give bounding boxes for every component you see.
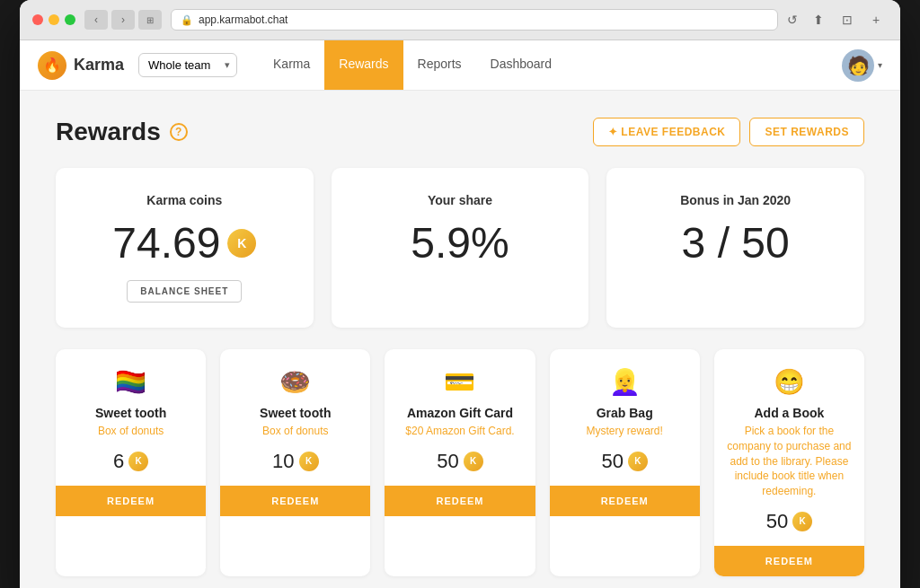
- chevron-down-icon: ▾: [878, 60, 882, 70]
- nav-links: Karma Rewards Reports Dashboard: [259, 40, 566, 90]
- dot-green[interactable]: [65, 14, 75, 25]
- set-rewards-button[interactable]: SET REWARDS: [749, 118, 864, 146]
- lock-icon: 🔒: [181, 14, 193, 26]
- user-avatar: 🧑: [842, 49, 874, 82]
- karma-coin-small-icon: K: [464, 452, 483, 471]
- rewards-grid: 🏳️‍🌈 Sweet tooth Box of donuts 6 K REDEE…: [56, 349, 864, 576]
- reward-emoji: 💳: [444, 367, 475, 397]
- reward-price: 6 K: [113, 450, 148, 473]
- karma-coin-small-icon: K: [299, 452, 319, 471]
- reward-price: 50 K: [766, 510, 812, 533]
- karma-coin-small-icon: K: [792, 512, 812, 531]
- reward-card: 💳 Amazon Gift Card $20 Amazon Gift Card.…: [385, 349, 535, 576]
- karma-coin-icon: K: [227, 229, 256, 258]
- grid-button[interactable]: ⊞: [138, 10, 162, 30]
- reward-description: Box of donuts: [98, 424, 164, 439]
- stat-value-your-share: 5.9%: [353, 218, 568, 268]
- reward-price-number: 50: [766, 510, 788, 533]
- browser-dots: [32, 14, 75, 25]
- reward-price-number: 50: [601, 450, 623, 473]
- url-text: app.karmabot.chat: [199, 13, 288, 26]
- nav-link-karma[interactable]: Karma: [259, 40, 324, 90]
- user-dropdown[interactable]: 🧑 ▾: [842, 49, 882, 82]
- karma-coins-number: 74.69: [112, 218, 220, 268]
- help-icon[interactable]: ?: [170, 123, 188, 141]
- browser-titlebar: ‹ › ⊞ 🔒 app.karmabot.chat ↺ ⬆ ⊡ +: [20, 0, 900, 40]
- stat-label-your-share: Your share: [353, 193, 568, 207]
- stats-row: Karma coins 74.69 K BALANCE SHEET Your s…: [56, 168, 864, 328]
- reward-description: Pick a book for the company to purchase …: [727, 424, 852, 499]
- app-nav: 🔥 Karma Whole team My team Everyone Karm…: [20, 40, 900, 91]
- redeem-button[interactable]: REDEEM: [56, 486, 206, 516]
- reward-emoji: 😁: [774, 367, 805, 397]
- back-button[interactable]: ‹: [84, 10, 108, 30]
- reload-button[interactable]: ↺: [787, 13, 798, 27]
- reward-description: Box of donuts: [262, 424, 328, 439]
- stat-label-bonus: Bonus in Jan 2020: [628, 193, 843, 207]
- reward-price: 10 K: [272, 450, 318, 473]
- reward-name: Add a Book: [755, 406, 825, 420]
- reward-price-number: 6: [113, 450, 124, 473]
- reward-card: 🍩 Sweet tooth Box of donuts 10 K REDEEM: [220, 349, 370, 576]
- karma-coin-small-icon: K: [128, 452, 148, 471]
- browser-window: ‹ › ⊞ 🔒 app.karmabot.chat ↺ ⬆ ⊡ + 🔥 Karm…: [20, 0, 900, 588]
- stat-value-bonus: 3 / 50: [628, 218, 843, 268]
- reward-name: Sweet tooth: [95, 406, 166, 420]
- nav-link-rewards[interactable]: Rewards: [324, 40, 402, 90]
- stat-value-karma-coins: 74.69 K: [77, 218, 292, 268]
- add-tab-button[interactable]: +: [864, 10, 888, 30]
- page-header: Rewards ? ✦ LEAVE FEEDBACK SET REWARDS: [56, 118, 864, 146]
- balance-sheet-button[interactable]: BALANCE SHEET: [127, 280, 242, 303]
- new-tab-button[interactable]: ⊡: [836, 10, 859, 30]
- reward-description: Mystery reward!: [587, 424, 663, 439]
- page-title: Rewards: [56, 118, 161, 146]
- dot-red[interactable]: [32, 14, 43, 25]
- main-content: Rewards ? ✦ LEAVE FEEDBACK SET REWARDS K…: [20, 91, 900, 588]
- forward-button[interactable]: ›: [111, 10, 135, 30]
- redeem-button[interactable]: REDEEM: [220, 486, 370, 516]
- your-share-number: 5.9%: [411, 218, 509, 268]
- nav-link-dashboard[interactable]: Dashboard: [476, 40, 567, 90]
- bonus-number: 3 / 50: [682, 218, 790, 268]
- share-button[interactable]: ⬆: [807, 10, 830, 30]
- reward-name: Grab Bag: [597, 406, 653, 420]
- redeem-button[interactable]: REDEEM: [714, 546, 864, 576]
- stat-card-karma-coins: Karma coins 74.69 K BALANCE SHEET: [56, 168, 314, 328]
- stat-card-bonus: Bonus in Jan 2020 3 / 50: [606, 168, 864, 328]
- redeem-button[interactable]: REDEEM: [550, 486, 700, 516]
- reward-name: Sweet tooth: [260, 406, 331, 420]
- team-select[interactable]: Whole team My team Everyone: [138, 53, 237, 77]
- reward-name: Amazon Gift Card: [407, 406, 513, 420]
- leave-feedback-button[interactable]: ✦ LEAVE FEEDBACK: [593, 118, 740, 146]
- logo-text: Karma: [74, 56, 124, 75]
- reward-price-number: 50: [437, 450, 458, 473]
- reward-price: 50 K: [601, 450, 647, 473]
- reward-emoji: 🏳️‍🌈: [115, 367, 146, 397]
- logo-icon: 🔥: [38, 51, 66, 80]
- address-bar[interactable]: 🔒 app.karmabot.chat: [171, 9, 778, 31]
- nav-link-reports[interactable]: Reports: [403, 40, 476, 90]
- browser-nav: ‹ › ⊞: [84, 10, 162, 30]
- app-content: 🔥 Karma Whole team My team Everyone Karm…: [20, 40, 900, 588]
- redeem-button[interactable]: REDEEM: [385, 486, 535, 516]
- browser-actions: ⬆ ⊡ +: [807, 10, 888, 30]
- reward-price: 50 K: [437, 450, 482, 473]
- reward-price-number: 10: [272, 450, 294, 473]
- header-actions: ✦ LEAVE FEEDBACK SET REWARDS: [593, 118, 864, 146]
- reward-emoji: 🍩: [279, 367, 311, 397]
- reward-description: $20 Amazon Gift Card.: [405, 424, 514, 439]
- reward-card: 😁 Add a Book Pick a book for the company…: [714, 349, 864, 576]
- reward-emoji: 👱‍♀️: [609, 367, 641, 397]
- logo-area: 🔥 Karma: [38, 51, 124, 80]
- karma-coin-small-icon: K: [628, 452, 648, 471]
- reward-card: 👱‍♀️ Grab Bag Mystery reward! 50 K REDEE…: [550, 349, 700, 576]
- stat-card-your-share: Your share 5.9%: [332, 168, 589, 328]
- page-title-area: Rewards ?: [56, 118, 188, 146]
- stat-label-karma-coins: Karma coins: [77, 193, 292, 207]
- dot-yellow[interactable]: [49, 14, 59, 25]
- team-selector[interactable]: Whole team My team Everyone: [138, 53, 237, 77]
- reward-card: 🏳️‍🌈 Sweet tooth Box of donuts 6 K REDEE…: [56, 349, 206, 576]
